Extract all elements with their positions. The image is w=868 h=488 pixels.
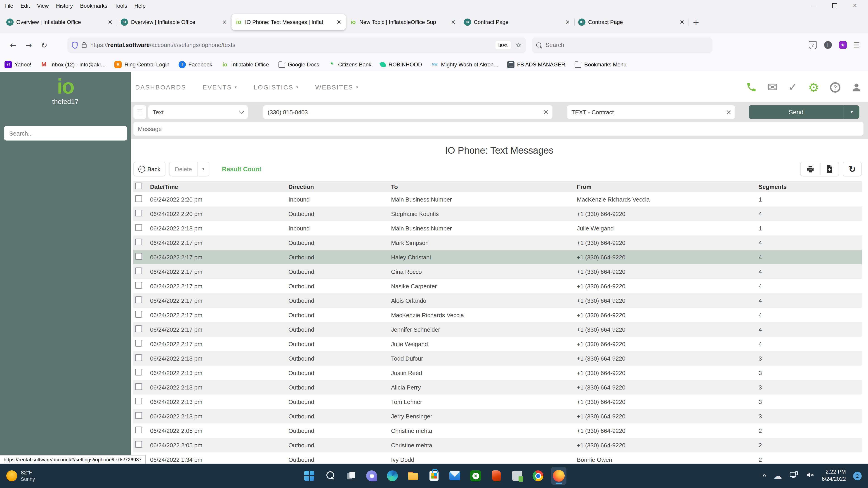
taskbar-start-icon[interactable] (302, 467, 317, 485)
envelope-icon[interactable]: ✉ (768, 80, 778, 94)
table-row[interactable]: 06/24/2022 2:17 pmOutboundNasike Carpent… (133, 279, 862, 293)
network-icon[interactable] (789, 470, 798, 481)
bookmark-2[interactable]: MInbox (12) - info@akr... (40, 61, 105, 68)
send-dropdown-icon[interactable]: ▾ (844, 105, 860, 119)
notification-badge[interactable]: 2 (853, 471, 862, 480)
gear-icon[interactable]: ⚙ (808, 80, 819, 94)
clock[interactable]: 2:22 PM 6/24/2022 (822, 469, 846, 483)
bookmark-11[interactable]: Bookmarks Menu (575, 61, 627, 68)
close-button[interactable]: × (852, 3, 857, 8)
table-row[interactable]: 06/24/2022 2:13 pmOutboundJustin Reed+1 … (133, 365, 862, 380)
row-checkbox[interactable] (135, 267, 142, 274)
tab-3[interactable]: ioIO Phone: Text Messages | Inflat× (231, 14, 346, 30)
taskbar-store-icon[interactable] (426, 467, 442, 485)
table-row[interactable]: 06/24/2022 2:17 pmOutboundAleis Orlando+… (133, 293, 862, 308)
table-row[interactable]: 06/24/2022 2:13 pmOutboundTom Lehner+1 (… (133, 394, 862, 409)
row-checkbox[interactable] (135, 340, 142, 347)
table-row[interactable]: 06/24/2022 2:17 pmOutboundGina Rocco+1 (… (133, 264, 862, 279)
row-checkbox[interactable] (135, 383, 142, 390)
menu-help[interactable]: Help (134, 3, 145, 9)
compose-menu-button[interactable]: ☰ (133, 105, 146, 119)
table-row[interactable]: 06/24/2022 2:05 pmOutboundChristine meht… (133, 438, 862, 452)
volume-muted-icon[interactable] (805, 470, 814, 481)
menu-bookmarks[interactable]: Bookmarks (80, 3, 107, 9)
url-bar[interactable]: https://rental.software/account/#/settin… (67, 37, 526, 53)
zoom-level[interactable]: 80% (496, 41, 511, 49)
tab-1[interactable]: IOOverview | Inflatable Office× (3, 14, 117, 30)
taskbar-snip-icon[interactable] (509, 467, 525, 485)
delete-dropdown-icon[interactable]: ▾ (197, 162, 209, 176)
export-file-icon[interactable] (820, 163, 839, 175)
table-row[interactable]: 06/24/2022 1:34 pmOutboundIvy DoddBonnie… (133, 452, 862, 464)
tab-5[interactable]: IOContract Page× (460, 14, 575, 30)
row-checkbox[interactable] (135, 325, 142, 332)
tab-close-icon[interactable]: × (107, 19, 114, 25)
menu-history[interactable]: History (56, 3, 73, 9)
row-checkbox[interactable] (135, 195, 142, 202)
tab-2[interactable]: IOOverview | Inflatable Office× (117, 14, 231, 30)
refresh-button[interactable]: ↻ (843, 162, 862, 176)
bookmark-8[interactable]: ROBINHOOD (380, 61, 422, 68)
taskbar-search-icon[interactable] (322, 467, 338, 485)
extension-purple-icon[interactable]: ★ (839, 41, 846, 49)
send-button[interactable]: Send ▾ (749, 105, 860, 119)
print-icon[interactable] (801, 163, 820, 175)
taskbar-explorer-icon[interactable] (405, 467, 421, 485)
nav-item-websites[interactable]: WEBSITES▾ (315, 84, 359, 91)
back-icon[interactable]: ← (10, 40, 17, 50)
row-checkbox[interactable] (135, 282, 142, 289)
taskbar-xbox-icon[interactable]: ✕ (468, 467, 483, 485)
nav-item-dashboards[interactable]: DASHBOARDS (135, 84, 186, 91)
table-row[interactable]: 06/24/2022 2:17 pmOutboundHaley Christan… (133, 250, 862, 264)
clear-to-icon[interactable]: × (543, 108, 549, 116)
help-icon[interactable]: ? (830, 82, 840, 92)
tab-close-icon[interactable]: × (336, 19, 342, 25)
table-row[interactable]: 06/24/2022 2:17 pmOutboundMacKenzie Rich… (133, 308, 862, 322)
restore-button[interactable] (832, 3, 837, 8)
row-checkbox[interactable] (135, 224, 142, 231)
extension-info-icon[interactable]: | (824, 41, 832, 49)
back-button[interactable]: ← Back (133, 162, 165, 176)
new-tab-button[interactable]: + (692, 17, 700, 27)
minimize-button[interactable]: — (811, 3, 817, 8)
row-checkbox[interactable] (135, 441, 142, 448)
row-checkbox[interactable] (135, 412, 142, 419)
bookmark-7[interactable]: *Citizens Bank (328, 61, 371, 68)
table-row[interactable]: 06/24/2022 2:13 pmOutboundJerry Bensinge… (133, 409, 862, 423)
message-type-select[interactable]: Text (148, 105, 248, 119)
bookmark-6[interactable]: Google Docs (278, 61, 319, 68)
bookmark-1[interactable]: Y!Yahoo! (4, 61, 31, 68)
shield-icon[interactable] (72, 41, 78, 48)
row-checkbox[interactable] (135, 238, 142, 246)
taskbar-chat-icon[interactable] (364, 467, 379, 485)
row-checkbox[interactable] (135, 354, 142, 361)
table-row[interactable]: 06/24/2022 2:20 pmOutboundStephanie Koun… (133, 206, 862, 221)
onedrive-icon[interactable]: ☁ (773, 471, 782, 481)
menu-edit[interactable]: Edit (21, 3, 30, 9)
table-row[interactable]: 06/24/2022 2:20 pmInboundMain Business N… (133, 192, 862, 206)
tab-close-icon[interactable]: × (564, 19, 571, 25)
result-count-link[interactable]: Result Count (222, 165, 261, 173)
menu-tools[interactable]: Tools (114, 3, 127, 9)
table-row[interactable]: 06/24/2022 2:13 pmOutboundTodd Dufour+1 … (133, 351, 862, 365)
row-checkbox[interactable] (135, 210, 142, 217)
pocket-shield-icon[interactable]: ∨ (809, 41, 817, 49)
bookmark-10[interactable]: FB ADS MANAGER (507, 61, 565, 68)
menu-view[interactable]: View (37, 3, 49, 9)
taskbar-taskview-icon[interactable] (343, 467, 359, 485)
row-checkbox[interactable] (135, 427, 142, 433)
tab-close-icon[interactable]: × (450, 19, 457, 25)
table-row[interactable]: 06/24/2022 2:13 pmOutboundAlicia Perry+1… (133, 380, 862, 394)
check-icon[interactable]: ✓ (788, 81, 797, 94)
table-row[interactable]: 06/24/2022 2:18 pmInboundMain Business N… (133, 221, 862, 235)
table-row[interactable]: 06/24/2022 2:05 pmOutboundChristine meht… (133, 423, 862, 438)
tab-4[interactable]: ioNew Topic | InflatableOffice Sup× (346, 14, 460, 30)
browser-search-bar[interactable] (532, 37, 712, 53)
bookmark-star-icon[interactable]: ☆ (516, 41, 522, 49)
phone-icon[interactable] (746, 82, 757, 93)
template-input[interactable] (567, 105, 735, 119)
io-logo[interactable]: io (57, 76, 74, 97)
bookmark-9[interactable]: MWMighty Wash of Akron... (431, 61, 498, 68)
row-checkbox[interactable] (135, 296, 142, 303)
bookmark-5[interactable]: ioInflatable Office (221, 61, 269, 68)
